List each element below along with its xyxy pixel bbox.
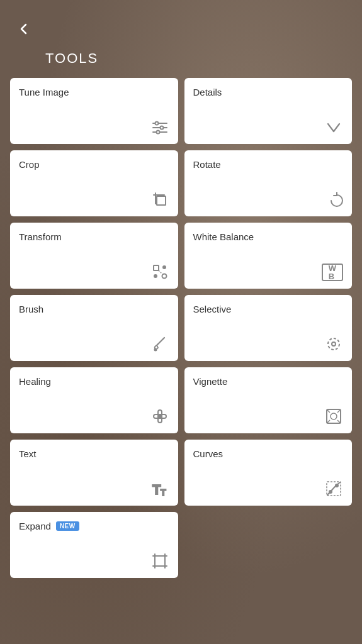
tool-card-selective[interactable]: Selective: [184, 295, 353, 361]
tool-card-curves[interactable]: Curves: [184, 440, 353, 506]
tool-card-brush[interactable]: Brush: [10, 295, 178, 361]
tool-label-curves: Curves: [193, 448, 344, 459]
new-badge: NEW: [56, 521, 79, 531]
tool-card-crop[interactable]: Crop: [10, 150, 178, 216]
tool-label-tune-image: Tune Image: [19, 87, 169, 97]
svg-point-5: [156, 131, 159, 134]
svg-point-11: [163, 266, 166, 269]
crop-icon: [19, 190, 169, 209]
tool-label-selective: Selective: [193, 304, 344, 314]
page-title: TOOLS: [0, 0, 362, 78]
svg-rect-8: [157, 196, 166, 205]
tool-card-text[interactable]: Text T T: [10, 440, 178, 506]
tool-label-brush: Brush: [19, 304, 169, 314]
tool-card-healing[interactable]: Healing: [10, 367, 178, 433]
tool-card-details[interactable]: Details: [184, 78, 353, 144]
expand-icon: [19, 552, 169, 570]
selective-icon: [193, 335, 344, 353]
svg-point-12: [154, 275, 157, 277]
tune-icon: [19, 118, 169, 136]
tool-card-transform[interactable]: Transform: [10, 223, 178, 289]
tool-card-white-balance[interactable]: White Balance WB: [184, 223, 353, 289]
svg-point-19: [158, 414, 162, 418]
svg-point-4: [160, 126, 163, 130]
tool-label-transform: Transform: [19, 231, 169, 242]
back-button[interactable]: [13, 18, 35, 40]
wb-icon: WB: [193, 264, 344, 281]
svg-point-3: [155, 122, 158, 125]
rotate-icon: [193, 190, 344, 209]
transform-icon: [19, 262, 169, 281]
tool-card-rotate[interactable]: Rotate: [184, 150, 353, 216]
tool-card-tune-image[interactable]: Tune Image: [10, 78, 178, 144]
svg-point-16: [332, 342, 336, 346]
brush-icon: [19, 335, 169, 353]
tool-label-white-balance: White Balance: [193, 231, 344, 242]
svg-rect-31: [155, 556, 165, 566]
svg-point-29: [329, 491, 332, 493]
tool-label-text: Text: [19, 448, 169, 459]
curves-icon: [193, 479, 344, 498]
svg-text:T: T: [161, 487, 166, 497]
svg-point-15: [328, 338, 339, 350]
details-icon: [193, 118, 344, 136]
svg-point-21: [331, 413, 337, 419]
svg-line-13: [159, 270, 162, 274]
svg-point-14: [154, 349, 156, 351]
tool-label-details: Details: [193, 87, 344, 97]
tools-grid: Tune Image Details Crop: [0, 78, 362, 591]
tool-card-expand[interactable]: Expand NEW: [10, 512, 178, 578]
tool-label-healing: Healing: [19, 376, 169, 387]
tool-label-vignette: Vignette: [193, 376, 344, 387]
svg-point-10: [162, 274, 166, 279]
svg-rect-9: [154, 265, 159, 270]
tool-label-crop: Crop: [19, 159, 169, 170]
tool-label-rotate: Rotate: [193, 159, 344, 170]
svg-text:T: T: [152, 482, 161, 497]
vignette-icon: [193, 407, 344, 426]
healing-icon: [19, 407, 169, 426]
svg-point-30: [336, 484, 338, 487]
tool-label-expand: Expand NEW: [19, 521, 169, 531]
tool-card-vignette[interactable]: Vignette: [184, 367, 353, 433]
text-icon: T T: [19, 479, 169, 498]
